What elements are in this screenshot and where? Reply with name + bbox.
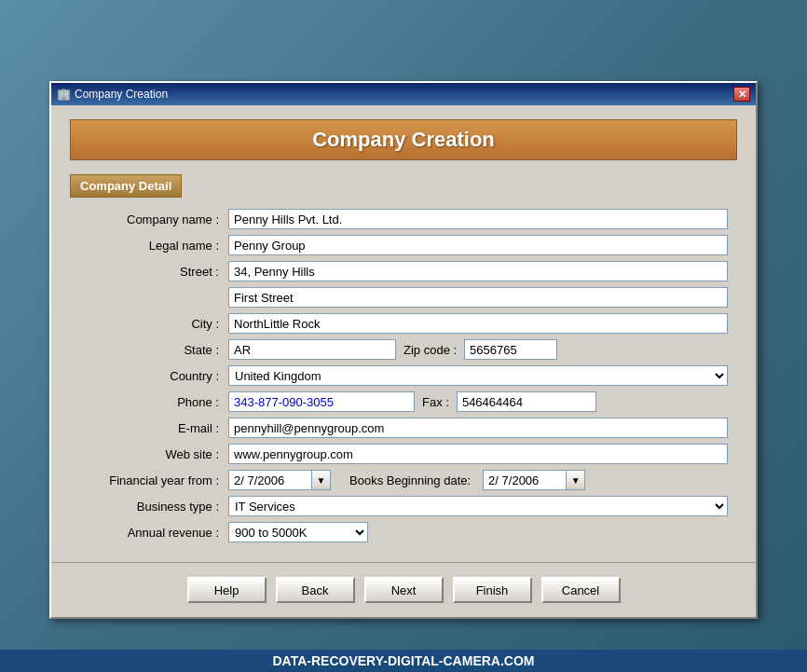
country-label: Country : — [79, 369, 228, 383]
city-input[interactable] — [228, 313, 728, 334]
watermark: DATA-RECOVERY-DIGITAL-CAMERA.COM — [0, 650, 807, 672]
email-row: E-mail : — [79, 418, 728, 438]
dialog-footer: Help Back Next Finish Cancel — [51, 562, 756, 617]
company-name-label: Company name : — [79, 213, 228, 226]
phone-label: Phone : — [79, 395, 228, 409]
city-label: City : — [79, 317, 228, 331]
fax-label: Fax : — [415, 395, 457, 409]
state-zip-row: State : Zip code : — [79, 339, 728, 360]
zip-input[interactable] — [464, 339, 557, 360]
website-row: Web site : — [79, 444, 728, 464]
annual-revenue-label: Annual revenue : — [79, 526, 228, 540]
help-button[interactable]: Help — [187, 577, 267, 603]
financial-year-row: Financial year from : ▼ Books Beginning … — [79, 470, 728, 490]
legal-name-row: Legal name : — [79, 235, 728, 255]
books-beginning-calendar-button[interactable]: ▼ — [567, 470, 585, 490]
annual-revenue-select[interactable]: 900 to 5000K Less than 900K 5000K to 100… — [228, 522, 368, 542]
dialog-icon: 🏢 — [57, 88, 71, 101]
form-area: Company name : Legal name : Street : — [70, 209, 737, 542]
company-creation-dialog: 🏢 Company Creation ✕ Company Creation Co… — [49, 81, 758, 619]
next-button[interactable]: Next — [364, 577, 444, 603]
books-beginning-input[interactable] — [483, 470, 567, 490]
website-label: Web site : — [79, 447, 228, 461]
business-type-row: Business type : IT Services Manufacturin… — [79, 496, 728, 516]
business-type-select[interactable]: IT Services Manufacturing Trading Servic… — [228, 496, 728, 516]
financial-year-input[interactable] — [228, 470, 312, 490]
annual-revenue-row: Annual revenue : 900 to 5000K Less than … — [79, 522, 728, 542]
dialog-close-button[interactable]: ✕ — [733, 87, 750, 102]
dialog-body: Company Creation Company Detail Company … — [51, 105, 756, 562]
zip-label: Zip code : — [396, 343, 464, 357]
state-label: State : — [79, 343, 228, 357]
website-input[interactable] — [228, 444, 728, 464]
dialog-heading: Company Creation — [70, 119, 737, 160]
financial-year-label: Financial year from : — [79, 473, 228, 487]
country-row: Country : United Kingdom United States I… — [79, 365, 728, 386]
email-input[interactable] — [228, 418, 728, 438]
books-beginning-label: Books Beginning date: — [331, 473, 478, 487]
city-row: City : — [79, 313, 728, 334]
legal-name-label: Legal name : — [79, 239, 228, 253]
phone-input[interactable] — [228, 391, 415, 412]
financial-year-calendar-button[interactable]: ▼ — [312, 470, 331, 490]
finish-button[interactable]: Finish — [453, 577, 532, 603]
street1-input[interactable] — [228, 261, 728, 281]
cancel-button[interactable]: Cancel — [541, 577, 621, 603]
country-select[interactable]: United Kingdom United States India Austr… — [228, 365, 728, 386]
section-header: Company Detail — [70, 174, 182, 198]
legal-name-input[interactable] — [228, 235, 728, 255]
main-area: 🏢 Company Creation ✕ Company Creation Co… — [0, 74, 807, 639]
state-input[interactable] — [228, 339, 396, 360]
company-name-row: Company name : — [79, 209, 728, 229]
phone-fax-row: Phone : Fax : — [79, 391, 728, 412]
business-type-label: Business type : — [79, 500, 228, 514]
fax-input[interactable] — [457, 391, 596, 412]
street2-row — [79, 287, 728, 308]
dialog-title: Company Creation — [75, 88, 168, 101]
dialog-titlebar: 🏢 Company Creation ✕ — [51, 83, 756, 105]
street1-row: Street : — [79, 261, 728, 281]
street2-input[interactable] — [228, 287, 728, 308]
company-name-input[interactable] — [228, 209, 728, 229]
email-label: E-mail : — [79, 421, 228, 435]
back-button[interactable]: Back — [276, 577, 355, 603]
street-label: Street : — [79, 265, 228, 279]
